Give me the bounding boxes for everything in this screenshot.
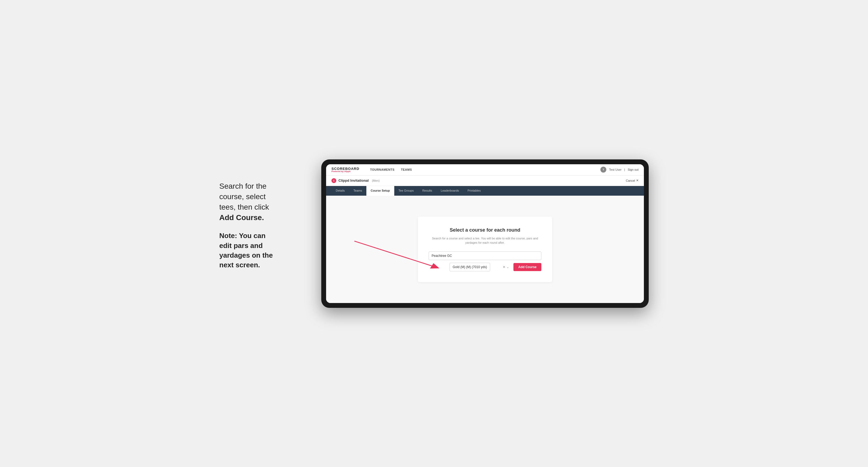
tournament-header: C Clippd Invitational (Men) Cancel ✕ [326, 176, 644, 186]
app-navbar: SCOREBOARD Powered by clippd TOURNAMENTS… [326, 164, 644, 176]
tab-bar: Details Teams Course Setup Tee Groups Re… [326, 186, 644, 196]
instruction-line3: tees, then click [219, 203, 269, 211]
tournament-gender: (Men) [372, 179, 380, 182]
tee-select-wrapper: Gold (M) (M) (7010 yds) ✕ [429, 263, 511, 271]
user-name: Test User [609, 168, 621, 171]
instruction-text: Search for the course, select tees, then… [219, 181, 305, 223]
add-course-button[interactable]: Add Course [514, 263, 541, 271]
note-line1: Note: You can [219, 231, 266, 240]
course-select-card: Select a course for each round Search fo… [418, 217, 552, 282]
instruction-line1: Search for the [219, 182, 267, 190]
card-title: Select a course for each round [429, 227, 541, 233]
brand-sub: Powered by clippd [332, 170, 360, 173]
sign-out-link[interactable]: Sign out [628, 168, 639, 171]
page-wrapper: Search for the course, select tees, then… [219, 159, 649, 308]
tournament-name: Clippd Invitational [338, 179, 369, 183]
clear-icon[interactable]: ✕ [503, 265, 505, 269]
tab-printables[interactable]: Printables [463, 186, 485, 196]
main-content: Select a course for each round Search fo… [326, 196, 644, 303]
instruction-line2: course, select [219, 192, 266, 201]
tab-tee-groups[interactable]: Tee Groups [394, 186, 418, 196]
avatar: T [600, 167, 606, 173]
close-icon: ✕ [636, 179, 639, 182]
separator: | [624, 168, 625, 171]
nav-tournaments[interactable]: TOURNAMENTS [370, 168, 395, 171]
note-line2: edit pars and [219, 242, 263, 250]
navbar-right: T Test User | Sign out [600, 167, 639, 173]
tablet-screen: SCOREBOARD Powered by clippd TOURNAMENTS… [326, 164, 644, 303]
nav-teams[interactable]: TEAMS [401, 168, 412, 171]
tee-select-row: Gold (M) (M) (7010 yds) ✕ Add Course [429, 263, 541, 271]
tab-leaderboards[interactable]: Leaderboards [436, 186, 463, 196]
card-description: Search for a course and select a tee. Yo… [429, 236, 541, 245]
tab-course-setup[interactable]: Course Setup [366, 186, 394, 196]
tournament-icon: C [332, 178, 336, 183]
brand-logo: SCOREBOARD Powered by clippd [332, 167, 360, 173]
course-search-input[interactable] [429, 251, 541, 260]
tournament-title: C Clippd Invitational (Men) [332, 178, 379, 183]
note-line3: yardages on the [219, 251, 273, 259]
cancel-label: Cancel [626, 179, 635, 182]
tab-details[interactable]: Details [332, 186, 349, 196]
tee-select[interactable]: Gold (M) (M) (7010 yds) [450, 263, 490, 271]
instruction-panel: Search for the course, select tees, then… [219, 159, 305, 278]
cancel-button[interactable]: Cancel ✕ [626, 179, 639, 182]
note-text: Note: You can edit pars and yardages on … [219, 231, 305, 270]
tab-teams[interactable]: Teams [349, 186, 366, 196]
navbar-left: SCOREBOARD Powered by clippd TOURNAMENTS… [332, 167, 412, 173]
note-line4: next screen. [219, 261, 260, 269]
tablet-frame: SCOREBOARD Powered by clippd TOURNAMENTS… [321, 159, 649, 308]
instruction-line4: Add Course. [219, 213, 264, 222]
main-nav: TOURNAMENTS TEAMS [370, 168, 412, 171]
tab-results[interactable]: Results [418, 186, 436, 196]
